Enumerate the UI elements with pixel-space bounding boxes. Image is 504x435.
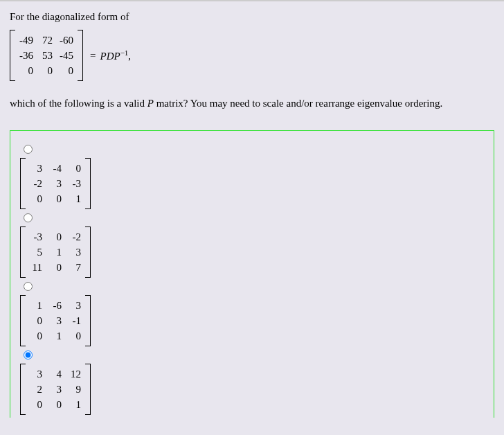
matrix-cell: 0 (30, 399, 42, 411)
matrix-cell: 0 (49, 399, 62, 411)
choice-row (20, 349, 484, 359)
matrix-cell: 0 (69, 163, 81, 175)
matrix-grid: 3 -4 0 -2 3 -3 0 0 1 (26, 158, 85, 209)
prompt-intro: For the diagonalized form of (10, 11, 494, 23)
question-p-italic: P (147, 98, 154, 109)
question-text: which of the following is a valid P matr… (10, 98, 494, 109)
matrix-cell: -3 (30, 231, 42, 243)
question-matrix: -49 72 -60 -36 53 -45 0 0 0 (10, 30, 83, 81)
equals-sign: = (90, 50, 96, 62)
matrix-cell: -1 (69, 315, 81, 327)
trailing-comma: , (128, 51, 131, 62)
matrix: 1 -6 3 0 3 -1 0 1 0 (20, 295, 91, 346)
choice-matrix-1: 3 -4 0 -2 3 -3 0 0 1 (20, 158, 484, 212)
choice-radio-4[interactable] (24, 350, 33, 359)
matrix-cell: 3 (69, 300, 81, 312)
bracket-right (85, 364, 91, 415)
bracket-left (20, 364, 26, 415)
choice-matrix-2: -3 0 -2 5 1 3 11 0 7 (20, 227, 484, 281)
matrix-cell: -2 (30, 178, 42, 190)
pdp-exponent: −1 (120, 48, 129, 57)
matrix-cell: -3 (69, 178, 81, 190)
matrix-cell: 1 (69, 193, 81, 205)
answer-box: 3 -4 0 -2 3 -3 0 0 1 (10, 130, 494, 418)
choice-block: 3 -4 0 -2 3 -3 0 0 1 (20, 143, 484, 212)
choice-radio-3[interactable] (24, 282, 33, 291)
matrix-cell: 0 (60, 65, 73, 77)
matrix-cell: 3 (49, 384, 62, 396)
matrix-grid: -3 0 -2 5 1 3 11 0 7 (26, 227, 85, 278)
matrix-cell: 0 (49, 231, 62, 243)
choice-radio-1[interactable] (24, 145, 33, 154)
matrix-cell: 1 (49, 247, 62, 258)
choice-row (20, 281, 484, 291)
matrix-cell: -2 (69, 231, 81, 243)
matrix-cell: 1 (49, 330, 62, 342)
matrix-cell: 0 (49, 262, 62, 274)
matrix-cell: -6 (49, 300, 62, 312)
matrix-cell: -36 (19, 50, 33, 62)
bracket-right (78, 30, 83, 81)
matrix-cell: 1 (69, 399, 81, 411)
matrix-cell: 3 (69, 247, 81, 258)
matrix-cell: 0 (49, 193, 62, 205)
matrix-grid: -49 72 -60 -36 53 -45 0 0 0 (15, 30, 78, 81)
bracket-left (20, 227, 26, 278)
matrix-cell: 0 (30, 193, 42, 205)
question-page: For the diagonalized form of -49 72 -60 … (0, 0, 504, 418)
choice-radio-2[interactable] (24, 213, 33, 222)
matrix-cell: -49 (19, 35, 33, 46)
matrix-cell: 3 (30, 369, 42, 380)
matrix-cell: 5 (30, 247, 42, 258)
bracket-right (85, 158, 91, 209)
matrix-cell: 0 (19, 65, 33, 77)
question-tail-2: matrix? You may need to scale and/or rea… (156, 98, 443, 109)
pdp-expression: PDP−1, (100, 48, 131, 62)
matrix-cell: 3 (30, 163, 42, 175)
matrix-cell: 0 (40, 65, 53, 77)
matrix-cell: 3 (49, 178, 62, 190)
bracket-left (20, 295, 26, 346)
matrix: -3 0 -2 5 1 3 11 0 7 (20, 227, 91, 278)
matrix-cell: 0 (30, 315, 42, 327)
matrix-cell: 53 (40, 50, 53, 62)
matrix-cell: 9 (69, 384, 81, 396)
matrix-cell: -60 (60, 35, 73, 46)
choice-block: 1 -6 3 0 3 -1 0 1 0 (20, 281, 484, 349)
matrix-cell: 2 (30, 384, 42, 396)
choice-block: -3 0 -2 5 1 3 11 0 7 (20, 212, 484, 281)
choice-row (20, 212, 484, 222)
matrix-cell: 0 (30, 330, 42, 342)
pdp-base: PDP (100, 51, 120, 62)
choice-row (20, 143, 484, 154)
matrix: 3 4 12 2 3 9 0 0 1 (20, 364, 91, 415)
matrix-cell: 7 (69, 262, 81, 274)
matrix-grid: 1 -6 3 0 3 -1 0 1 0 (26, 295, 85, 346)
matrix-grid: 3 4 12 2 3 9 0 0 1 (26, 364, 85, 415)
bracket-right (85, 295, 91, 346)
matrix-cell: 0 (69, 330, 81, 342)
matrix-cell: -4 (49, 163, 62, 175)
matrix-cell: 11 (30, 262, 42, 274)
question-tail-1: which of the following is a valid (10, 98, 145, 109)
equation-row: -49 72 -60 -36 53 -45 0 0 0 = PDP−1, (10, 30, 494, 81)
matrix-cell: 12 (69, 369, 81, 380)
matrix-cell: 72 (40, 35, 53, 46)
bracket-left (10, 30, 15, 81)
matrix-cell: 3 (49, 315, 62, 327)
bracket-left (20, 158, 26, 209)
matrix-cell: 4 (49, 369, 62, 380)
choice-matrix-3: 1 -6 3 0 3 -1 0 1 0 (20, 295, 484, 349)
choice-matrix-4: 3 4 12 2 3 9 0 0 1 (20, 364, 484, 418)
matrix-cell: -45 (60, 50, 73, 62)
matrix-cell: 1 (30, 300, 42, 312)
equation-rhs: = PDP−1, (90, 48, 131, 62)
choice-block: 3 4 12 2 3 9 0 0 1 (20, 349, 484, 418)
bracket-right (85, 227, 91, 278)
matrix: 3 -4 0 -2 3 -3 0 0 1 (20, 158, 91, 209)
